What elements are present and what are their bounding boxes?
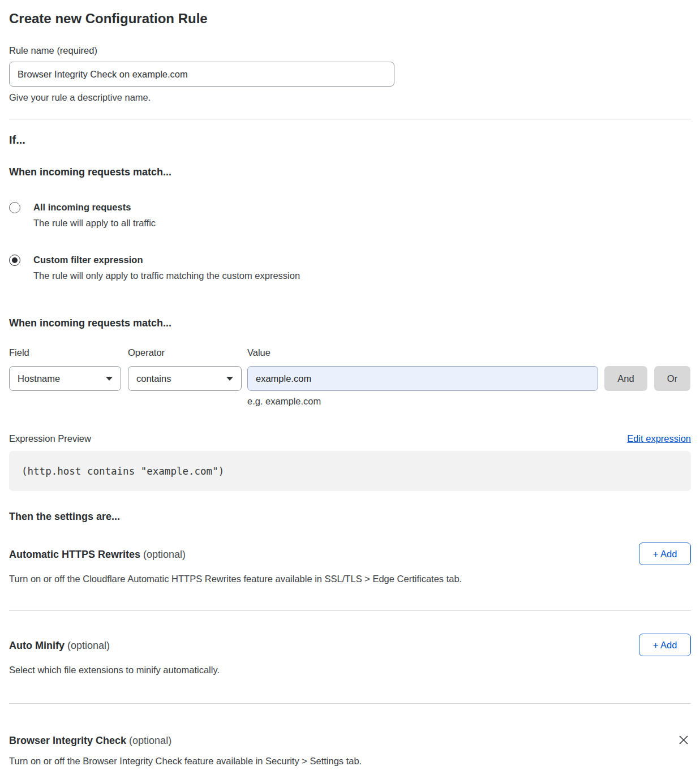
close-icon bbox=[677, 734, 690, 746]
setting-description: Turn on or off the Cloudflare Automatic … bbox=[9, 573, 691, 585]
setting-title-line: Auto Minify (optional) bbox=[9, 639, 110, 652]
section-divider bbox=[9, 703, 691, 704]
value-hint-text: e.g. example.com bbox=[247, 396, 691, 407]
expression-preview-box: (http.host contains "example.com") bbox=[9, 451, 691, 491]
radio-button-unselected[interactable] bbox=[9, 202, 20, 213]
if-heading: If... bbox=[9, 132, 691, 147]
rule-name-help-text: Give your rule a descriptive name. bbox=[9, 92, 691, 103]
radio-option-texts: Custom filter expression The rule will o… bbox=[33, 254, 300, 282]
create-configuration-rule-form: Create new Configuration Rule Rule name … bbox=[0, 0, 700, 779]
setting-optional-tag: (optional) bbox=[129, 735, 171, 746]
radio-option-description: The rule will apply to all traffic bbox=[33, 217, 156, 229]
radio-option-all-incoming-requests[interactable]: All incoming requests The rule will appl… bbox=[9, 201, 691, 229]
operator-select[interactable]: contains bbox=[128, 366, 242, 391]
setting-title: Browser Integrity Check bbox=[9, 735, 126, 746]
rule-name-input[interactable] bbox=[9, 62, 394, 87]
setting-title: Auto Minify bbox=[9, 640, 65, 651]
add-automatic-https-rewrites-button[interactable]: + Add bbox=[639, 543, 691, 565]
setting-optional-tag: (optional) bbox=[143, 549, 186, 560]
expression-preview-header: Expression Preview Edit expression bbox=[9, 433, 691, 444]
radio-option-label: All incoming requests bbox=[33, 201, 156, 213]
setting-head-row: Browser Integrity Check (optional) bbox=[9, 729, 691, 747]
operator-select-value: contains bbox=[136, 373, 171, 384]
expression-builder-heading: When incoming requests match... bbox=[9, 317, 691, 330]
setting-description: Select which file extensions to minify a… bbox=[9, 664, 691, 676]
setting-head-row: Auto Minify (optional) + Add bbox=[9, 634, 691, 656]
page-title: Create new Configuration Rule bbox=[9, 10, 691, 27]
expression-builder-row: Hostname contains And Or bbox=[9, 366, 691, 391]
radio-button-selected[interactable] bbox=[9, 255, 20, 266]
value-input[interactable] bbox=[247, 366, 598, 391]
edit-expression-link[interactable]: Edit expression bbox=[627, 433, 691, 444]
setting-auto-minify: Auto Minify (optional) + Add Select whic… bbox=[9, 634, 691, 676]
radio-option-description: The rule will only apply to traffic matc… bbox=[33, 270, 300, 282]
value-label: Value bbox=[247, 347, 598, 358]
setting-optional-tag: (optional) bbox=[67, 640, 110, 651]
then-settings-heading: Then the settings are... bbox=[9, 510, 691, 523]
section-divider bbox=[9, 119, 691, 119]
expression-preview-code: (http.host contains "example.com") bbox=[22, 466, 224, 477]
field-select[interactable]: Hostname bbox=[9, 366, 121, 391]
setting-title-line: Browser Integrity Check (optional) bbox=[9, 734, 171, 747]
radio-option-custom-filter-expression[interactable]: Custom filter expression The rule will o… bbox=[9, 254, 691, 282]
chevron-down-icon bbox=[106, 377, 113, 381]
setting-title: Automatic HTTPS Rewrites bbox=[9, 549, 140, 560]
chevron-down-icon bbox=[226, 377, 233, 381]
remove-setting-button[interactable] bbox=[677, 733, 691, 747]
when-requests-match-heading: When incoming requests match... bbox=[9, 166, 691, 179]
add-auto-minify-button[interactable]: + Add bbox=[639, 634, 691, 656]
and-button[interactable]: And bbox=[604, 366, 647, 391]
setting-automatic-https-rewrites: Automatic HTTPS Rewrites (optional) + Ad… bbox=[9, 543, 691, 585]
rule-name-label: Rule name (required) bbox=[9, 45, 691, 56]
field-select-value: Hostname bbox=[18, 373, 60, 384]
setting-title-line: Automatic HTTPS Rewrites (optional) bbox=[9, 548, 186, 561]
or-button[interactable]: Or bbox=[654, 366, 690, 391]
expression-preview-label: Expression Preview bbox=[9, 433, 91, 444]
setting-description: Turn on or off the Browser Integrity Che… bbox=[9, 755, 691, 767]
radio-option-texts: All incoming requests The rule will appl… bbox=[33, 201, 156, 229]
expression-builder-labels: Field Operator Value bbox=[9, 347, 691, 358]
field-label: Field bbox=[9, 347, 128, 358]
section-divider bbox=[9, 610, 691, 611]
operator-label: Operator bbox=[128, 347, 247, 358]
setting-head-row: Automatic HTTPS Rewrites (optional) + Ad… bbox=[9, 543, 691, 565]
setting-browser-integrity-check: Browser Integrity Check (optional) Turn … bbox=[9, 729, 691, 779]
radio-option-label: Custom filter expression bbox=[33, 254, 300, 266]
